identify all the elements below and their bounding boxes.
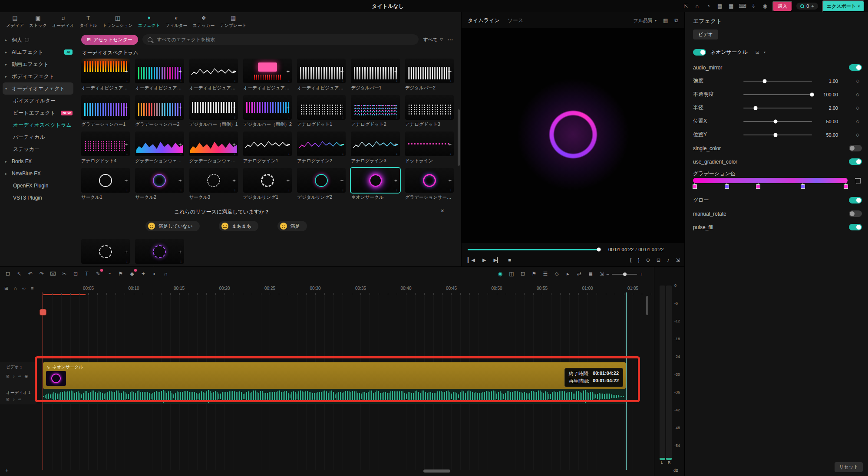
tab-audio[interactable]: ♫オーディオ — [50, 15, 77, 29]
effect-thumbnail[interactable]: +↓ — [297, 131, 346, 156]
audio-mirror-toggle[interactable] — [849, 64, 862, 71]
text-tool-icon[interactable]: T — [83, 271, 90, 277]
add-icon[interactable]: + — [232, 177, 236, 184]
sidebar-item-ai-effects[interactable]: ▸AIエフェクトAI — [0, 46, 76, 58]
tab-media[interactable]: ▤メディア — [3, 15, 26, 29]
glow-toggle[interactable] — [849, 197, 862, 204]
tab-stock[interactable]: ▣ストック — [26, 15, 50, 29]
add-icon[interactable]: + — [448, 104, 452, 111]
effect-thumbnail[interactable]: +↓ — [351, 95, 399, 120]
effect-thumbnail[interactable]: +↓ — [81, 131, 130, 156]
magnet-icon[interactable]: ∩ — [13, 286, 17, 291]
effect-thumbnail[interactable]: +↓ — [135, 168, 184, 193]
preview-canvas[interactable] — [462, 28, 684, 243]
keyframe-icon[interactable]: ◇ — [856, 92, 859, 97]
render-preview-icon[interactable]: ⊙ — [646, 257, 650, 263]
preview-tab-source[interactable]: ソース — [508, 17, 524, 24]
pointer-tool-icon[interactable]: ↖ — [16, 271, 23, 277]
sidebar-item-vst3-plugin[interactable]: VST3 Plugin — [0, 192, 76, 204]
close-icon[interactable]: × — [441, 207, 444, 214]
more-options-button[interactable]: ⋯ — [447, 36, 454, 43]
auto-ripple-icon[interactable]: ⇄ — [576, 271, 583, 277]
effect-thumbnail[interactable]: +↓ — [405, 131, 454, 156]
effect-enable-toggle[interactable] — [693, 49, 706, 56]
effect-thumbnail[interactable]: +↓ — [81, 239, 130, 264]
audio-clip[interactable] — [43, 389, 626, 404]
bell-icon[interactable]: ◔ — [705, 3, 712, 9]
sidebar-item-particle[interactable]: パーティカル — [0, 131, 76, 143]
add-icon[interactable]: + — [340, 177, 344, 184]
add-icon[interactable]: + — [340, 141, 344, 147]
add-icon[interactable]: + — [287, 68, 290, 74]
lock-icon[interactable]: ⊠ — [6, 374, 10, 378]
gradient-bar[interactable] — [693, 178, 848, 183]
playhead-current-line[interactable] — [626, 292, 627, 470]
link-icon[interactable]: ∞ — [22, 286, 26, 291]
track-height-icon[interactable]: ≡ — [31, 286, 33, 291]
add-icon[interactable]: + — [178, 141, 182, 147]
audio-track-header[interactable]: オーディオ 1 ⊠♪∞ — [0, 389, 36, 404]
effect-thumbnail[interactable]: +↓ — [351, 59, 399, 83]
visibility-icon[interactable]: ◉ — [24, 374, 28, 378]
add-icon[interactable]: + — [178, 104, 182, 111]
effect-thumbnail[interactable]: +↓ — [297, 95, 346, 120]
zoom-out-icon[interactable]: − — [606, 271, 609, 277]
add-icon[interactable]: + — [287, 177, 290, 184]
effect-thumbnail[interactable]: +↓ — [405, 168, 454, 193]
single-color-toggle[interactable] — [849, 145, 862, 151]
add-icon[interactable]: + — [232, 104, 236, 111]
sidebar-item-boris-fx[interactable]: ▸Boris FX — [0, 155, 76, 167]
gradient-stop[interactable] — [693, 184, 697, 189]
browser-scrollbar[interactable] — [458, 109, 460, 166]
add-icon[interactable]: + — [340, 104, 344, 111]
link-icon[interactable]: ∞ — [18, 374, 21, 378]
preview-tab-timeline[interactable]: タイムライン — [468, 17, 500, 24]
playhead-start-line[interactable] — [43, 292, 43, 470]
zoom-in-icon[interactable]: + — [640, 271, 643, 277]
sidebar-item-sticker[interactable]: ステッカー — [0, 143, 76, 155]
effect-thumbnail[interactable]: +↓ — [243, 95, 292, 120]
delete-gradient-icon[interactable] — [856, 179, 861, 184]
timeline-marker[interactable] — [40, 309, 46, 315]
tab-stickers[interactable]: ❖ステッカー — [190, 15, 218, 29]
sidebar-item-personal[interactable]: ▸個人 — [0, 34, 76, 46]
effect-thumbnail[interactable]: +↓ — [189, 95, 238, 120]
display-icon[interactable]: ▤ — [716, 3, 723, 9]
gradient-stop[interactable] — [756, 184, 760, 189]
add-track-button[interactable]: + — [5, 467, 9, 473]
magnet-icon[interactable]: ∩ — [693, 3, 701, 9]
cloud-download-icon[interactable]: ⇩ — [750, 3, 757, 9]
volume-icon[interactable]: ♪ — [667, 257, 670, 263]
add-icon[interactable]: + — [287, 141, 290, 147]
add-icon[interactable]: + — [125, 68, 128, 74]
add-icon[interactable]: + — [394, 177, 398, 184]
search-input[interactable] — [156, 36, 413, 43]
radius-slider[interactable] — [743, 108, 812, 108]
snapshot-icon[interactable]: ⊡ — [519, 271, 526, 277]
effect-thumbnail[interactable]: +↓ — [405, 59, 454, 83]
mask-icon[interactable]: ⊡ — [756, 49, 759, 55]
grid-view-icon[interactable]: ▦ — [663, 17, 668, 23]
sidebar-item-video-effects[interactable]: ▸動画エフェクト — [0, 58, 76, 70]
timeline-ruler[interactable]: 00:0500:1000:1500:2000:2500:3000:3500:40… — [36, 285, 653, 295]
tab-templates[interactable]: ▦テンプレート — [218, 15, 249, 29]
mixer-icon[interactable]: ☰ — [542, 271, 549, 277]
effect-thumbnail[interactable]: +↓ — [189, 131, 238, 156]
survey-option-not-satisfied[interactable]: 満足していない — [145, 221, 199, 231]
redo-icon[interactable]: ↷ — [38, 271, 45, 277]
search-box[interactable] — [142, 34, 419, 45]
stop-button[interactable]: ■ — [508, 257, 511, 263]
effect-thumbnail[interactable]: +↓ — [297, 168, 346, 193]
add-icon[interactable]: + — [448, 141, 452, 147]
tab-titles[interactable]: Tタイトル — [77, 15, 100, 29]
filter-dropdown[interactable]: すべて ▽ — [423, 36, 443, 43]
keyframe-icon[interactable]: ◇ — [856, 119, 859, 124]
gradient-stop[interactable] — [801, 184, 805, 189]
pop-out-icon[interactable]: ⧉ — [674, 17, 678, 23]
add-icon[interactable]: + — [178, 248, 182, 255]
add-icon[interactable]: + — [232, 68, 236, 74]
gradient-stop[interactable] — [725, 184, 729, 189]
add-icon[interactable]: + — [125, 104, 128, 111]
add-icon[interactable]: + — [125, 248, 128, 255]
slider-handle[interactable] — [774, 119, 778, 123]
